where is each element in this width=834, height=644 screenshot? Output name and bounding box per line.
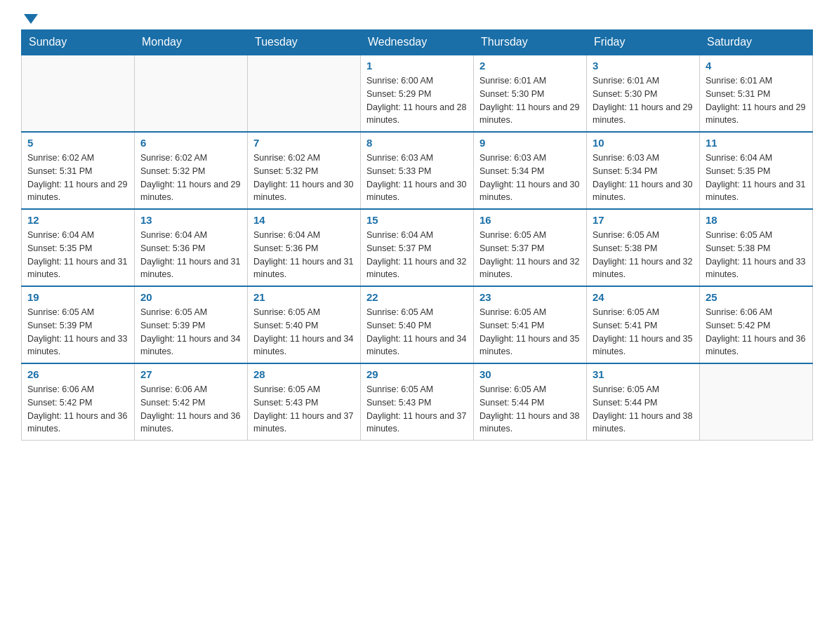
week-row-4: 19Sunrise: 6:05 AMSunset: 5:39 PMDayligh… [22,286,813,363]
calendar-cell: 16Sunrise: 6:05 AMSunset: 5:37 PMDayligh… [474,209,587,286]
day-info: Sunrise: 6:05 AMSunset: 5:44 PMDaylight:… [593,383,694,436]
day-info: Sunrise: 6:06 AMSunset: 5:42 PMDaylight:… [27,383,128,436]
column-header-monday: Monday [135,30,248,55]
calendar-cell: 28Sunrise: 6:05 AMSunset: 5:43 PMDayligh… [248,363,361,441]
page-header [21,14,813,22]
week-row-2: 5Sunrise: 6:02 AMSunset: 5:31 PMDaylight… [22,132,813,209]
day-number: 7 [253,137,355,149]
day-info: Sunrise: 6:02 AMSunset: 5:31 PMDaylight:… [27,152,128,204]
calendar-cell: 8Sunrise: 6:03 AMSunset: 5:33 PMDaylight… [361,132,474,209]
day-number: 14 [253,214,355,226]
day-number: 1 [366,60,468,72]
day-number: 13 [140,214,241,226]
day-number: 10 [593,137,694,149]
calendar-cell: 18Sunrise: 6:05 AMSunset: 5:38 PMDayligh… [700,209,813,286]
day-number: 16 [479,214,581,226]
day-info: Sunrise: 6:05 AMSunset: 5:37 PMDaylight:… [479,229,581,281]
calendar-cell: 25Sunrise: 6:06 AMSunset: 5:42 PMDayligh… [700,286,813,363]
calendar-cell: 29Sunrise: 6:05 AMSunset: 5:43 PMDayligh… [361,363,474,441]
day-info: Sunrise: 6:03 AMSunset: 5:34 PMDaylight:… [593,152,694,204]
calendar-cell: 24Sunrise: 6:05 AMSunset: 5:41 PMDayligh… [587,286,700,363]
day-info: Sunrise: 6:05 AMSunset: 5:43 PMDaylight:… [253,383,355,436]
day-info: Sunrise: 6:02 AMSunset: 5:32 PMDaylight:… [140,152,241,204]
calendar-cell: 27Sunrise: 6:06 AMSunset: 5:42 PMDayligh… [135,363,248,441]
day-number: 12 [27,214,128,226]
column-header-sunday: Sunday [22,30,135,55]
calendar-cell [135,55,248,132]
calendar-cell: 31Sunrise: 6:05 AMSunset: 5:44 PMDayligh… [587,363,700,441]
day-info: Sunrise: 6:05 AMSunset: 5:38 PMDaylight:… [593,229,694,281]
calendar-cell: 11Sunrise: 6:04 AMSunset: 5:35 PMDayligh… [700,132,813,209]
day-info: Sunrise: 6:04 AMSunset: 5:35 PMDaylight:… [27,229,128,281]
calendar-cell: 22Sunrise: 6:05 AMSunset: 5:40 PMDayligh… [361,286,474,363]
day-number: 27 [140,368,241,380]
day-info: Sunrise: 6:06 AMSunset: 5:42 PMDaylight:… [706,306,807,358]
calendar-cell: 4Sunrise: 6:01 AMSunset: 5:31 PMDaylight… [700,55,813,132]
day-info: Sunrise: 6:05 AMSunset: 5:39 PMDaylight:… [27,306,128,358]
calendar-cell: 17Sunrise: 6:05 AMSunset: 5:38 PMDayligh… [587,209,700,286]
day-number: 21 [253,291,355,303]
day-info: Sunrise: 6:05 AMSunset: 5:40 PMDaylight:… [253,306,355,358]
day-number: 18 [706,214,807,226]
day-info: Sunrise: 6:05 AMSunset: 5:38 PMDaylight:… [706,229,807,281]
calendar-cell [700,363,813,441]
calendar-cell: 26Sunrise: 6:06 AMSunset: 5:42 PMDayligh… [22,363,135,441]
logo [21,14,39,22]
calendar-cell: 10Sunrise: 6:03 AMSunset: 5:34 PMDayligh… [587,132,700,209]
day-info: Sunrise: 6:04 AMSunset: 5:35 PMDaylight:… [706,152,807,204]
column-header-thursday: Thursday [474,30,587,55]
calendar-cell [22,55,135,132]
day-number: 3 [593,60,694,72]
day-info: Sunrise: 6:05 AMSunset: 5:41 PMDaylight:… [479,306,581,358]
day-info: Sunrise: 6:01 AMSunset: 5:30 PMDaylight:… [479,74,581,127]
day-number: 23 [479,291,581,303]
calendar-cell: 7Sunrise: 6:02 AMSunset: 5:32 PMDaylight… [248,132,361,209]
day-info: Sunrise: 6:04 AMSunset: 5:37 PMDaylight:… [366,229,468,281]
logo-arrow-icon [24,14,38,24]
calendar-cell: 2Sunrise: 6:01 AMSunset: 5:30 PMDaylight… [474,55,587,132]
day-number: 2 [479,60,581,72]
day-number: 25 [706,291,807,303]
calendar-cell: 1Sunrise: 6:00 AMSunset: 5:29 PMDaylight… [361,55,474,132]
column-header-friday: Friday [587,30,700,55]
week-row-1: 1Sunrise: 6:00 AMSunset: 5:29 PMDaylight… [22,55,813,132]
calendar-cell: 30Sunrise: 6:05 AMSunset: 5:44 PMDayligh… [474,363,587,441]
day-info: Sunrise: 6:02 AMSunset: 5:32 PMDaylight:… [253,152,355,204]
day-number: 20 [140,291,241,303]
day-number: 4 [706,60,807,72]
day-number: 8 [366,137,468,149]
column-header-saturday: Saturday [700,30,813,55]
day-info: Sunrise: 6:05 AMSunset: 5:44 PMDaylight:… [479,383,581,436]
calendar-cell: 5Sunrise: 6:02 AMSunset: 5:31 PMDaylight… [22,132,135,209]
day-info: Sunrise: 6:05 AMSunset: 5:39 PMDaylight:… [140,306,241,358]
calendar-cell: 15Sunrise: 6:04 AMSunset: 5:37 PMDayligh… [361,209,474,286]
day-number: 11 [706,137,807,149]
day-number: 5 [27,137,128,149]
calendar-cell: 3Sunrise: 6:01 AMSunset: 5:30 PMDaylight… [587,55,700,132]
column-header-tuesday: Tuesday [248,30,361,55]
day-number: 28 [253,368,355,380]
calendar-cell: 6Sunrise: 6:02 AMSunset: 5:32 PMDaylight… [135,132,248,209]
day-number: 30 [479,368,581,380]
day-info: Sunrise: 6:05 AMSunset: 5:41 PMDaylight:… [593,306,694,358]
day-number: 26 [27,368,128,380]
day-info: Sunrise: 6:05 AMSunset: 5:40 PMDaylight:… [366,306,468,358]
day-number: 15 [366,214,468,226]
day-number: 24 [593,291,694,303]
day-info: Sunrise: 6:00 AMSunset: 5:29 PMDaylight:… [366,74,468,127]
calendar-cell: 20Sunrise: 6:05 AMSunset: 5:39 PMDayligh… [135,286,248,363]
calendar-cell: 12Sunrise: 6:04 AMSunset: 5:35 PMDayligh… [22,209,135,286]
day-number: 17 [593,214,694,226]
day-number: 31 [593,368,694,380]
calendar-table: SundayMondayTuesdayWednesdayThursdayFrid… [21,29,813,441]
day-info: Sunrise: 6:03 AMSunset: 5:34 PMDaylight:… [479,152,581,204]
calendar-cell: 19Sunrise: 6:05 AMSunset: 5:39 PMDayligh… [22,286,135,363]
day-number: 29 [366,368,468,380]
day-info: Sunrise: 6:01 AMSunset: 5:31 PMDaylight:… [706,74,807,127]
day-info: Sunrise: 6:06 AMSunset: 5:42 PMDaylight:… [140,383,241,436]
calendar-cell: 9Sunrise: 6:03 AMSunset: 5:34 PMDaylight… [474,132,587,209]
day-info: Sunrise: 6:03 AMSunset: 5:33 PMDaylight:… [366,152,468,204]
day-number: 19 [27,291,128,303]
calendar-header-row: SundayMondayTuesdayWednesdayThursdayFrid… [22,30,813,55]
calendar-cell [248,55,361,132]
